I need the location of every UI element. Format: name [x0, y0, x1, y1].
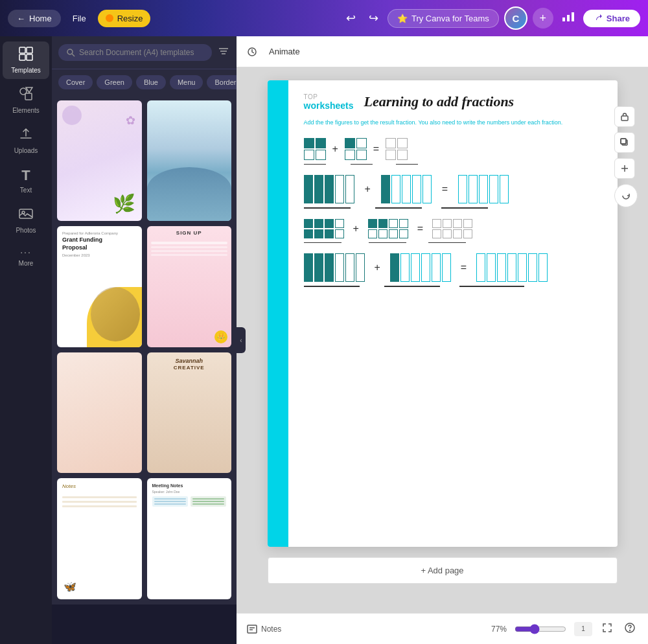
fraction-dashes-4	[304, 286, 602, 287]
resize-dot-icon	[106, 14, 113, 22]
try-canva-label: Try Canva for Teams	[411, 14, 489, 23]
brand-top-text: TOP	[304, 93, 354, 100]
svg-rect-2	[572, 12, 574, 21]
fraction-1b	[345, 138, 367, 160]
canvas-action-buttons	[614, 106, 638, 207]
share-button[interactable]: Share	[583, 10, 640, 27]
text-label: Text	[20, 187, 32, 194]
sidebar-item-more[interactable]: ··· More	[3, 242, 49, 272]
fraction-dashes-1	[304, 164, 602, 165]
file-button[interactable]: File	[66, 10, 93, 27]
template-thumb-notes[interactable]: Notes 🦋	[57, 478, 142, 599]
try-canva-button[interactable]: ⭐ Try Canva for Teams	[388, 9, 499, 28]
fraction-section-3: +	[304, 219, 602, 244]
tag-cover[interactable]: Cover	[58, 75, 93, 89]
undo-button[interactable]: ↩	[342, 8, 360, 28]
add-page-area[interactable]: + Add page	[268, 557, 618, 584]
tag-row: Cover Green Blue Menu Border ›	[52, 69, 237, 95]
equals-symbol-2: =	[438, 183, 452, 195]
doc-brand: TOP worksheets	[304, 93, 354, 111]
template-thumb-brown-boho[interactable]: SavannahCREATIVE	[147, 352, 232, 473]
analytics-button[interactable]	[559, 10, 578, 27]
fraction-4a	[304, 253, 365, 282]
fraction-row-3: +	[304, 219, 602, 238]
back-arrow-icon: ←	[17, 14, 25, 23]
add-button[interactable]	[614, 158, 635, 179]
plus-symbol-3: +	[351, 219, 362, 235]
uploads-icon	[19, 127, 33, 144]
template-thumb-notebook[interactable]	[57, 352, 142, 473]
more-label: More	[19, 260, 34, 267]
document-content: TOP worksheets Learning to add fractions…	[288, 80, 618, 547]
svg-rect-1	[567, 15, 570, 21]
elements-label: Elements	[12, 107, 40, 114]
premium-badge-planner: 👑	[214, 330, 227, 343]
template-panel-wrap: Cover Green Blue Menu Border › 🌿 ✿	[52, 36, 237, 644]
sidebar-item-elements[interactable]: Elements	[3, 82, 49, 119]
panel-collapse-handle[interactable]: ‹	[237, 327, 246, 353]
brand-worksheets-text: worksheets	[304, 100, 354, 111]
fullscreen-button[interactable]	[600, 621, 614, 637]
fraction-1a	[304, 138, 326, 160]
fraction-4b	[390, 253, 451, 282]
document-page: TOP worksheets Learning to add fractions…	[268, 80, 618, 547]
animate-button[interactable]: Animate	[262, 43, 307, 60]
equals-symbol-4: =	[457, 262, 470, 273]
elements-icon	[19, 87, 33, 104]
uploads-label: Uploads	[14, 147, 38, 154]
tag-blue[interactable]: Blue	[136, 75, 166, 89]
sidebar-item-uploads[interactable]: Uploads	[3, 122, 49, 159]
zoom-slider[interactable]	[515, 624, 566, 634]
avatar[interactable]: C	[504, 6, 527, 30]
tag-menu[interactable]: Menu	[170, 75, 203, 89]
svg-rect-3	[19, 47, 25, 53]
template-thumb-meeting[interactable]: Meeting Notes Speaker: John Doe	[147, 478, 232, 599]
template-thumb-pink-floral[interactable]: 🌿 ✿	[57, 100, 142, 221]
svg-rect-24	[248, 625, 257, 633]
fraction-row-2: + =	[304, 175, 602, 203]
resize-button[interactable]: Resize	[98, 10, 151, 27]
doc-header: TOP worksheets Learning to add fractions	[304, 93, 602, 111]
svg-point-12	[67, 49, 73, 54]
text-icon: T	[21, 167, 30, 184]
page-indicator: 1	[574, 622, 592, 636]
plus-button[interactable]: +	[533, 8, 553, 29]
notes-label: Notes	[261, 625, 281, 634]
sidebar-item-text[interactable]: T Text	[3, 162, 49, 199]
template-thumb-grant[interactable]: Prepared for Adleroria Company Grant Fun…	[57, 226, 142, 347]
sidebar-item-photos[interactable]: Photos	[3, 201, 49, 239]
search-input[interactable]	[79, 48, 204, 57]
template-thumb-watercolor-blue[interactable]	[147, 100, 232, 221]
svg-rect-4	[27, 47, 32, 53]
notes-button[interactable]: Notes	[247, 625, 281, 634]
template-thumb-planner[interactable]: SIGN UP 👑	[147, 226, 232, 347]
templates-icon	[19, 47, 33, 64]
animate-label: Animate	[269, 47, 300, 56]
fraction-3a	[304, 219, 344, 238]
sidebar-item-templates[interactable]: Templates	[3, 41, 49, 79]
refresh-button[interactable]	[614, 184, 638, 207]
plus-symbol-1: +	[332, 138, 338, 155]
doc-title: Learning to add fractions	[364, 93, 515, 110]
fraction-dashes-2	[304, 207, 602, 209]
search-bar	[52, 36, 237, 69]
search-icon	[66, 48, 75, 57]
canvas-scroll-area[interactable]: TOP worksheets Learning to add fractions…	[237, 67, 648, 613]
home-label: Home	[29, 14, 52, 23]
home-button[interactable]: ← Home	[8, 10, 61, 27]
filter-button[interactable]	[217, 45, 230, 60]
lock-button[interactable]	[614, 106, 635, 127]
avatar-letter: C	[512, 13, 519, 24]
add-page-label: + Add page	[421, 566, 463, 575]
redo-button[interactable]: ↪	[365, 8, 382, 28]
zoom-level: 77%	[491, 625, 507, 634]
help-button[interactable]	[622, 620, 638, 638]
copy-button[interactable]	[614, 132, 635, 153]
tag-border[interactable]: Border	[207, 75, 237, 89]
fraction-3b	[368, 219, 408, 238]
template-panel: Cover Green Blue Menu Border › 🌿 ✿	[52, 36, 237, 604]
fraction-section-1: + =	[304, 138, 602, 165]
fraction-2c	[458, 175, 509, 203]
bottom-bar: Notes 77% 1	[237, 613, 648, 644]
tag-green[interactable]: Green	[97, 75, 132, 89]
